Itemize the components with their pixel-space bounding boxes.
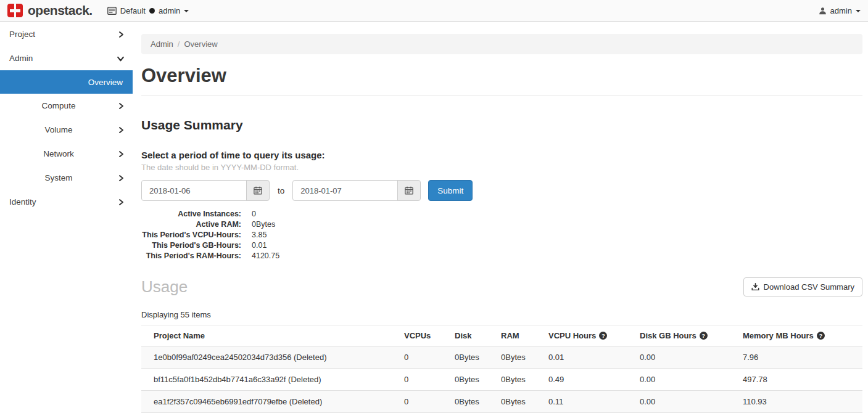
breadcrumb-admin[interactable]: Admin — [151, 39, 173, 49]
stat-label: Active RAM: — [141, 219, 241, 230]
stat-value: 4120.75 — [252, 251, 279, 261]
openstack-brand[interactable]: openstack. — [7, 3, 93, 18]
chevron-down-icon — [856, 10, 861, 12]
date-from-group — [141, 180, 270, 201]
stat-label: This Period's VCPU-Hours: — [141, 230, 241, 240]
cell-ram: 0Bytes — [489, 369, 536, 391]
chevron-right-icon — [117, 198, 125, 206]
stat-label: This Period's RAM-Hours: — [141, 251, 241, 261]
chevron-right-icon — [117, 102, 125, 110]
cell-project-name: 1e0b0f99af0249cea24502034d73d356 (Delete… — [141, 346, 392, 369]
date-range-form: to Submit — [141, 180, 862, 201]
col-vcpus[interactable]: VCPUs — [392, 326, 442, 346]
sidebar-item-label: Project — [9, 30, 35, 39]
user-name: admin — [830, 6, 852, 15]
title-divider — [141, 96, 862, 96]
submit-button[interactable]: Submit — [428, 180, 473, 201]
table-row: 1e0b0f99af0249cea24502034d73d356 (Delete… — [141, 346, 862, 369]
date-to-input[interactable] — [292, 180, 398, 201]
usage-summary-heading: Usage Summary — [141, 118, 862, 133]
cell-disk: 0Bytes — [442, 346, 489, 369]
stat-label: Active Instances: — [141, 209, 241, 219]
calendar-icon — [405, 186, 413, 195]
cell-vcpu-hours: 0.01 — [536, 346, 627, 369]
breadcrumb-current: Overview — [184, 39, 217, 49]
date-from-input[interactable] — [141, 180, 247, 201]
user-menu-dropdown[interactable]: admin — [819, 6, 861, 15]
cell-project-name: ea1f2f357c09465eb6991edf7079efbe (Delete… — [141, 391, 392, 413]
sidebar-nav: Project Admin Overview Compute Volume — [0, 22, 133, 413]
usage-section-heading: Usage — [141, 277, 188, 296]
cell-ram: 0Bytes — [489, 346, 536, 369]
sidebar-item-network[interactable]: Network — [0, 142, 133, 166]
stat-value: 0Bytes — [252, 219, 275, 230]
context-domain: Default — [120, 6, 146, 15]
cell-vcpus: 0 — [392, 346, 442, 369]
col-ram[interactable]: RAM — [489, 326, 536, 346]
breadcrumb-separator: / — [178, 39, 180, 49]
context-project: admin — [159, 6, 180, 15]
stat-value: 3.85 — [252, 230, 267, 240]
user-icon — [819, 7, 827, 15]
sidebar-item-label: Identity — [9, 197, 36, 206]
domain-icon — [107, 7, 117, 15]
brand-text: openstack. — [28, 3, 93, 18]
sidebar-item-identity[interactable]: Identity — [0, 190, 133, 214]
col-vcpu-hours[interactable]: VCPU Hours? — [536, 326, 627, 346]
cell-project-name: bf11c5fa0f1b452db4b7741a6c33a92f (Delete… — [141, 369, 392, 391]
help-icon[interactable]: ? — [700, 332, 708, 340]
cell-memory-mb-hours: 7.96 — [730, 346, 862, 369]
openstack-logo-icon — [7, 4, 23, 17]
cell-disk: 0Bytes — [442, 369, 489, 391]
sidebar-item-overview[interactable]: Overview — [0, 70, 133, 94]
sidebar-item-label: Compute — [0, 101, 117, 110]
cell-memory-mb-hours: 110.93 — [730, 391, 862, 413]
help-icon[interactable]: ? — [817, 332, 825, 340]
date-to-calendar-button[interactable] — [397, 180, 421, 201]
stat-active-instances: Active Instances: 0 — [141, 209, 862, 219]
date-to-group — [292, 180, 421, 201]
sidebar-item-label: Admin — [9, 54, 33, 63]
page-title: Overview — [141, 65, 862, 87]
table-header-row: Project Name VCPUs Disk RAM VCPU Hours? … — [141, 326, 862, 346]
col-disk[interactable]: Disk — [442, 326, 489, 346]
chevron-right-icon — [117, 150, 125, 158]
col-project-name[interactable]: Project Name — [141, 326, 392, 346]
help-icon[interactable]: ? — [599, 332, 607, 340]
download-csv-label: Download CSV Summary — [764, 282, 854, 292]
period-prompt: Select a period of time to query its usa… — [141, 150, 862, 160]
stat-vcpu-hours: This Period's VCPU-Hours: 3.85 — [141, 230, 862, 240]
col-disk-gb-hours[interactable]: Disk GB Hours? — [627, 326, 730, 346]
table-row: bf11c5fa0f1b452db4b7741a6c33a92f (Delete… — [141, 369, 862, 391]
usage-stats: Active Instances: 0 Active RAM: 0Bytes T… — [141, 209, 862, 261]
chevron-right-icon — [117, 174, 125, 182]
cell-vcpu-hours: 0.49 — [536, 369, 627, 391]
sidebar-item-system[interactable]: System — [0, 166, 133, 190]
context-separator-dot-icon — [149, 8, 155, 14]
chevron-right-icon — [117, 126, 125, 134]
cell-vcpus: 0 — [392, 391, 442, 413]
main-content: Admin / Overview Overview Usage Summary … — [133, 22, 868, 413]
sidebar-item-admin[interactable]: Admin — [0, 46, 133, 70]
sidebar-item-label: System — [0, 173, 117, 182]
download-csv-button[interactable]: Download CSV Summary — [743, 277, 862, 296]
stat-active-ram: Active RAM: 0Bytes — [141, 219, 862, 230]
cell-ram: 0Bytes — [489, 391, 536, 413]
sidebar-item-volume[interactable]: Volume — [0, 118, 133, 142]
cell-disk-gb-hours: 0.00 — [627, 369, 730, 391]
cell-vcpus: 0 — [392, 369, 442, 391]
cell-disk: 0Bytes — [442, 391, 489, 413]
context-switcher-dropdown[interactable]: Default admin — [107, 6, 189, 15]
stat-label: This Period's GB-Hours: — [141, 240, 241, 251]
col-memory-mb-hours[interactable]: Memory MB Hours? — [730, 326, 862, 346]
cell-disk-gb-hours: 0.00 — [627, 346, 730, 369]
calendar-icon — [254, 186, 262, 195]
sidebar-item-label: Overview — [88, 78, 123, 87]
chevron-down-icon — [117, 54, 125, 62]
sidebar-item-project[interactable]: Project — [0, 22, 133, 46]
stat-value: 0 — [252, 209, 256, 219]
sidebar-item-compute[interactable]: Compute — [0, 94, 133, 118]
table-row: ea1f2f357c09465eb6991edf7079efbe (Delete… — [141, 391, 862, 413]
download-icon — [751, 283, 759, 291]
date-from-calendar-button[interactable] — [246, 180, 270, 201]
